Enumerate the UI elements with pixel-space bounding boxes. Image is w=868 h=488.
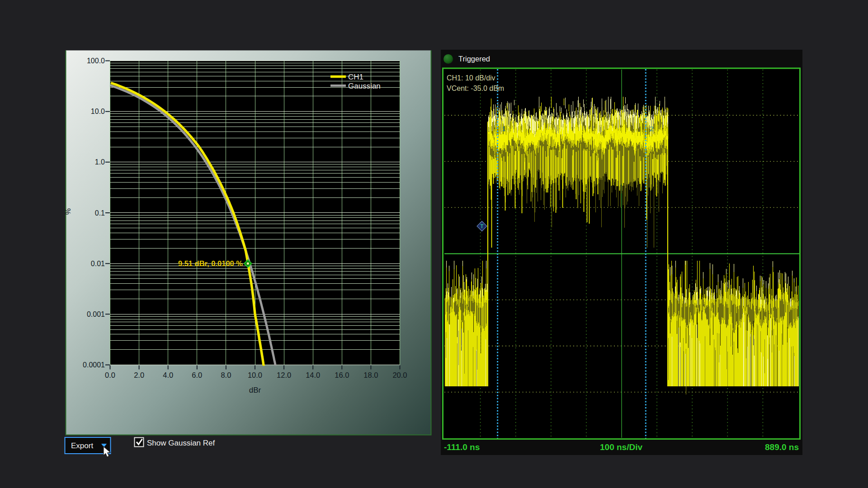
svg-text:1.0: 1.0 (95, 158, 105, 166)
svg-text:10.0: 10.0 (248, 371, 262, 379)
svg-text:0.01: 0.01 (91, 260, 105, 267)
svg-text:14.0: 14.0 (306, 371, 320, 379)
svg-text:20.0: 20.0 (392, 371, 407, 379)
svg-text:10.0: 10.0 (91, 108, 105, 115)
svg-text:8.0: 8.0 (221, 371, 231, 379)
svg-text:4.0: 4.0 (163, 371, 173, 379)
svg-text:CH1: CH1 (348, 73, 363, 81)
svg-text:T: T (480, 223, 484, 230)
svg-text:0.0: 0.0 (105, 371, 115, 379)
svg-text:2: 2 (650, 125, 653, 132)
svg-text:0.001: 0.001 (87, 310, 105, 318)
svg-text:2.0: 2.0 (134, 371, 144, 379)
svg-text:-111.0 ns: -111.0 ns (444, 442, 480, 452)
svg-text:100.0: 100.0 (87, 57, 105, 65)
svg-text:Export: Export (71, 441, 93, 450)
svg-text:100 ns/Div: 100 ns/Div (600, 442, 642, 452)
svg-text:12.0: 12.0 (277, 371, 291, 379)
svg-text:Gaussian: Gaussian (348, 82, 381, 90)
svg-text:Triggered: Triggered (458, 55, 490, 63)
svg-text:Show Gaussian Ref: Show Gaussian Ref (147, 439, 215, 447)
svg-text:9.51 dBr, 0.0100 %: 9.51 dBr, 0.0100 % (178, 259, 243, 267)
svg-text:16.0: 16.0 (335, 371, 349, 379)
svg-text:CH1: 10 dB/div: CH1: 10 dB/div (447, 74, 495, 82)
svg-text:dBr: dBr (249, 386, 261, 394)
svg-text:889.0 ns: 889.0 ns (765, 442, 799, 452)
svg-text:6.0: 6.0 (192, 371, 202, 379)
svg-text:VCent: -35.0 dBm: VCent: -35.0 dBm (447, 84, 504, 92)
svg-text:18.0: 18.0 (363, 371, 378, 379)
svg-text:1: 1 (502, 125, 505, 132)
svg-text:0.0001: 0.0001 (83, 361, 105, 369)
svg-text:0.1: 0.1 (95, 209, 105, 217)
svg-text:%: % (64, 208, 72, 215)
